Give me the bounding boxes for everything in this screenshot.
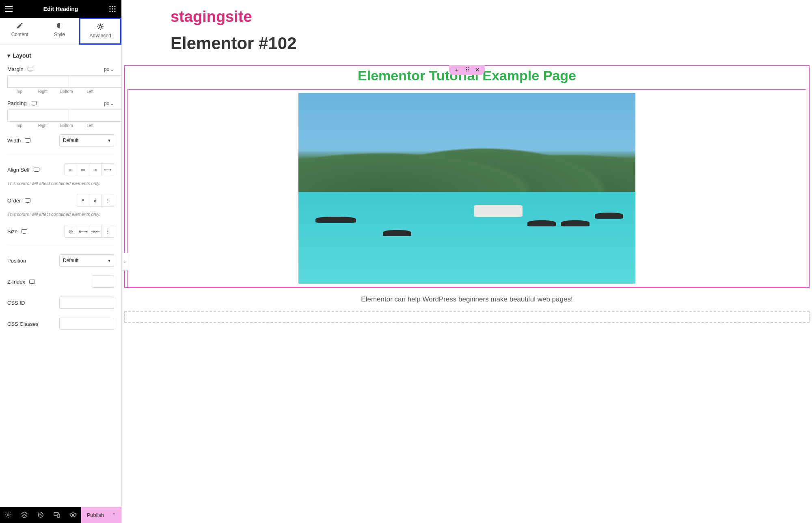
responsive-icon[interactable] <box>34 168 39 172</box>
size-more-button[interactable]: ⋮ <box>102 225 114 237</box>
chevron-down-icon: ⌄ <box>110 67 114 72</box>
image-section[interactable] <box>127 89 806 287</box>
site-title[interactable]: stagingsite <box>171 8 812 26</box>
responsive-icon[interactable] <box>31 101 37 105</box>
responsive-mode-icon[interactable] <box>49 507 65 523</box>
caret-down-icon: ▾ <box>7 52 10 59</box>
svg-point-30 <box>72 514 74 516</box>
svg-point-3 <box>109 8 110 9</box>
editor-canvas[interactable]: stagingsite Elementor #102 Elementor Tut… <box>122 0 812 523</box>
add-section-icon[interactable]: ＋ <box>454 67 460 74</box>
svg-rect-29 <box>57 514 60 517</box>
cssclasses-input[interactable] <box>60 318 121 329</box>
size-shrink-button[interactable]: ⇥⇤ <box>89 225 102 237</box>
responsive-icon[interactable] <box>28 67 33 71</box>
chevron-up-icon: ⌃ <box>112 512 116 518</box>
responsive-icon[interactable] <box>25 138 30 143</box>
panel-body: ▾ Layout Margin px ⌄ Top Right <box>0 45 121 507</box>
sidebar-header: Edit Heading <box>0 0 121 18</box>
order-last-button[interactable]: ↡ <box>89 194 102 207</box>
navigator-icon[interactable] <box>16 507 32 523</box>
responsive-icon[interactable] <box>22 229 27 234</box>
collapse-sidebar-button[interactable]: ‹ <box>122 253 128 271</box>
size-grow-button[interactable]: ⇤⇥ <box>77 225 89 237</box>
align-self-buttons: ⇤ ⇔ ⇥ ⟷ <box>65 163 114 176</box>
svg-rect-15 <box>25 138 30 142</box>
tab-advanced-label: Advanced <box>89 33 111 39</box>
svg-rect-16 <box>26 142 29 143</box>
tab-style[interactable]: Style <box>40 18 80 45</box>
sidebar-title: Edit Heading <box>13 6 108 12</box>
width-label: Width <box>7 138 21 144</box>
cssid-input[interactable] <box>60 297 121 308</box>
svg-point-4 <box>112 8 113 9</box>
svg-point-5 <box>114 8 115 9</box>
tab-content[interactable]: Content <box>0 18 40 45</box>
preview-icon[interactable] <box>65 507 81 523</box>
cssclasses-label: CSS Classes <box>7 321 39 327</box>
order-more-button[interactable]: ⋮ <box>102 194 114 207</box>
tab-content-label: Content <box>11 32 28 37</box>
order-first-button[interactable]: ↟ <box>77 194 89 207</box>
margin-right-input[interactable] <box>69 75 121 88</box>
menu-icon[interactable] <box>5 5 13 13</box>
svg-rect-13 <box>31 101 36 105</box>
widgets-icon[interactable] <box>108 5 117 13</box>
svg-rect-17 <box>34 168 39 171</box>
add-new-section[interactable] <box>124 311 810 323</box>
zindex-input[interactable] <box>92 275 114 288</box>
align-end-button[interactable]: ⇥ <box>89 164 102 176</box>
responsive-icon[interactable] <box>29 280 35 284</box>
svg-rect-23 <box>30 280 35 283</box>
settings-icon[interactable] <box>0 507 16 523</box>
order-hint: This control will affect contained eleme… <box>7 212 114 217</box>
position-select[interactable]: Default ▾ <box>59 254 114 267</box>
chevron-down-icon: ⌄ <box>110 101 114 106</box>
zindex-label: Z-Index <box>7 279 25 285</box>
drag-section-icon[interactable]: ⠿ <box>465 67 469 74</box>
responsive-icon[interactable] <box>25 198 30 203</box>
svg-point-6 <box>109 11 110 12</box>
margin-label: Margin <box>7 66 24 72</box>
svg-point-0 <box>109 6 110 7</box>
tab-advanced[interactable]: Advanced <box>79 18 121 45</box>
image-widget[interactable] <box>298 93 635 284</box>
panel-tabs: Content Style Advanced <box>0 18 121 45</box>
margin-inputs <box>7 75 114 88</box>
layout-section-toggle[interactable]: ▾ Layout <box>7 45 114 64</box>
position-label: Position <box>7 258 26 264</box>
caption-text[interactable]: Elementor can help WordPress beginners m… <box>122 295 812 303</box>
svg-point-7 <box>112 11 113 12</box>
caret-down-icon: ▾ <box>108 258 110 263</box>
svg-rect-18 <box>35 172 38 172</box>
svg-rect-21 <box>22 229 27 233</box>
delete-section-icon[interactable]: ✕ <box>475 67 480 74</box>
heading-section[interactable]: Elementor Tutorial Example Page ＋ ⠿ ✕ <box>124 65 810 288</box>
margin-top-input[interactable] <box>7 75 69 88</box>
align-start-button[interactable]: ⇤ <box>65 164 77 176</box>
caret-down-icon: ▾ <box>108 138 110 143</box>
padding-right-input[interactable] <box>69 110 121 122</box>
align-center-button[interactable]: ⇔ <box>77 164 89 176</box>
width-select[interactable]: Default ▾ <box>59 134 114 146</box>
align-stretch-button[interactable]: ⟷ <box>102 164 114 176</box>
page-title: Elementor #102 <box>171 34 812 53</box>
layout-section-label: Layout <box>13 52 31 59</box>
margin-unit-select[interactable]: px ⌄ <box>104 67 114 72</box>
padding-top-input[interactable] <box>7 110 69 122</box>
publish-button[interactable]: Publish ⌃ <box>81 507 121 523</box>
svg-point-1 <box>112 6 113 7</box>
svg-rect-22 <box>23 233 26 234</box>
padding-label: Padding <box>7 100 27 106</box>
svg-rect-24 <box>31 284 33 284</box>
padding-inputs <box>7 110 114 122</box>
order-buttons: ↟ ↡ ⋮ <box>77 194 114 207</box>
size-label: Size <box>7 228 17 235</box>
editor-sidebar: Edit Heading Content Style Advanced ▾ L <box>0 0 122 523</box>
order-label: Order <box>7 198 21 204</box>
svg-rect-19 <box>25 198 30 202</box>
padding-unit-select[interactable]: px ⌄ <box>104 101 114 106</box>
history-icon[interactable] <box>32 507 49 523</box>
size-none-button[interactable]: ⊘ <box>65 225 77 237</box>
align-hint: This control will affect contained eleme… <box>7 181 114 186</box>
